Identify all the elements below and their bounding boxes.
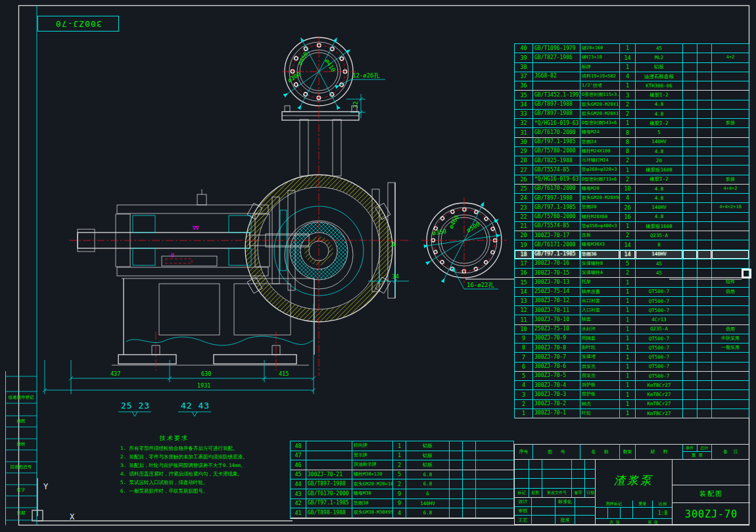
bom-cell: 300ZJ-70-5 xyxy=(533,372,580,380)
bom-row[interactable]: 29GB/T5780-2000螺栓M24X10084.8 xyxy=(515,147,749,156)
bom-cell xyxy=(683,315,697,324)
bom-row[interactable]: 9300ZJ-70-9间隔套1QT500-7串联泵用 xyxy=(515,334,749,344)
bom-row[interactable]: 12300ZJ-70-11入口衬套1QT500-7 xyxy=(515,306,749,315)
bom-cell xyxy=(683,72,697,81)
bom-cell xyxy=(683,63,697,72)
bom-row[interactable]: 4300ZJ-70-4后护板1KmTBCr27 xyxy=(515,381,749,390)
bom-cell: 转向牌 xyxy=(352,441,393,451)
bom-cell: KmTBCr27 xyxy=(636,390,683,399)
bom-cell xyxy=(683,381,697,389)
bom-row[interactable]: 31GB/T6170-2000螺母M2485 xyxy=(515,128,749,137)
bom-cell xyxy=(712,147,749,156)
bom-cell: 键28×160 xyxy=(580,44,620,53)
bom-cell: 压板 xyxy=(580,231,620,240)
bom-row[interactable]: 41GB/T898-1988双头GM30-M30X9546.8 xyxy=(291,508,514,518)
bom-cell: 铝板 xyxy=(406,451,450,460)
bom-cell: 9 xyxy=(393,499,406,508)
bom-row[interactable]: 43GB/T6170-2000螺母M3096 xyxy=(291,489,514,499)
bom-row[interactable]: 21GB/T5574-85垫φ350×φ400×31橡胶板1608 xyxy=(515,222,749,231)
bom-row[interactable]: 47警示牌1铝板 xyxy=(291,451,514,461)
bom-row[interactable]: 10250ZJ-75-10水封环1Q235-A借用 xyxy=(515,325,749,334)
bom-cell: 300ZJ-70-6 xyxy=(533,363,580,371)
bom-cell: 铝板 xyxy=(406,441,450,451)
bom-cell: 44 xyxy=(291,479,306,489)
bom-row[interactable]: 20300ZJ-70-17压板2Q235-A xyxy=(515,231,749,240)
dim-34: 34 xyxy=(392,273,399,280)
bom-row[interactable]: 30GB/T97.1-1985垫圈248140HV xyxy=(515,138,749,147)
bom-cell xyxy=(683,194,697,202)
bom-row[interactable]: 2300ZJ-70-2蜗壳1KmTBCr27 xyxy=(515,400,749,409)
bom-row[interactable]: 26*Q/HG16-019-63O型密封圈733×62橡胶I-2胶接 xyxy=(515,175,749,185)
bom-row[interactable]: 35GB/T3452.1-1992O形密封圈115×3.553橡胶I-2 xyxy=(515,91,749,100)
bom-row[interactable]: 48转向牌1铝板 xyxy=(291,441,514,451)
bom-cell: 24 xyxy=(515,194,533,202)
bom-cell xyxy=(712,400,749,409)
bom-cell: 4 xyxy=(515,381,533,389)
bom-cell xyxy=(697,138,712,146)
bom-row[interactable]: 28GB/T825-1988吊环螺钉M24220 xyxy=(515,156,749,166)
bom-row[interactable]: 15300ZJ-70-13托架1组件 xyxy=(515,278,749,287)
bom-cell xyxy=(683,344,697,352)
bom-row[interactable]: 25GB/T6170-2000螺母M20104.84+4+2 xyxy=(515,185,749,194)
bom-cell: 12 xyxy=(515,306,533,315)
bom-row[interactable]: 38标牌1铝板 xyxy=(515,63,749,72)
bom-row[interactable]: 34GB/T897-1988双头GM20-M20X12524.8 xyxy=(515,100,749,110)
bom-cell xyxy=(712,297,749,305)
bom-cell: 45 xyxy=(291,470,306,479)
bom-row[interactable]: 44GB/T897-1988双头GM20-M20×10526.8 xyxy=(291,479,514,489)
bom-row[interactable]: 14250ZJ-75-14轴承压盖1QT500-7借用 xyxy=(515,288,749,297)
bom-cell: 组件 xyxy=(712,278,749,286)
bom-cell: 4.8 xyxy=(636,100,683,109)
bom-row[interactable]: 16300ZJ-70-15泵体螺栓A245 xyxy=(515,269,749,278)
bom-row[interactable]: 361/2″丝堵1KTH300-06 xyxy=(515,81,749,91)
bom-cell xyxy=(712,81,749,90)
bom-cell: 29 xyxy=(515,147,533,156)
view-label-A: A xyxy=(391,240,396,249)
bom-row[interactable]: 33GB/T897-1988双头GM20-M20X17524.8 xyxy=(515,110,749,119)
bom-cell xyxy=(306,451,352,460)
bom-cell: 4.8 xyxy=(636,213,683,221)
bom-row[interactable]: 24GB/T897-1988双头GM20-M20X9044.8 xyxy=(515,194,749,203)
bom-row[interactable]: 1300ZJ-70-1叶轮1KmTBCr27 xyxy=(515,409,749,418)
bom-row[interactable]: 19GB/T6171-2000螺母M36X3148 xyxy=(515,240,749,250)
bom-cell: 35 xyxy=(515,91,533,99)
bom-row[interactable]: 45300ZJ-70-21螺栓M30×12056.8 xyxy=(291,470,514,480)
bom-cell xyxy=(712,409,749,418)
bom-row[interactable]: 17300ZJ-70-16泵体螺栓B545 xyxy=(515,259,749,269)
bom-cell xyxy=(533,63,580,72)
bom-header-material: 材 料 xyxy=(636,445,683,459)
bom-row[interactable]: 7300ZJ-70-7泵体堵1QT500-7 xyxy=(515,353,749,362)
bom-row[interactable]: 23GB/T97.1-1985垫圈2026140HV4+4+2+16 xyxy=(515,203,749,212)
bom-row[interactable]: 6300ZJ-70-6后泵壳1QT500-7 xyxy=(515,363,749,372)
bom-row[interactable]: 8300ZJ-70-8副叶轮1QT500-7一般泵用 xyxy=(515,344,749,353)
bom-row[interactable]: 13300ZJ-70-12出口衬套1QT500-7 xyxy=(515,297,749,306)
bom-row[interactable]: 22GB/T5780-2000螺栓M20X60164.8 xyxy=(515,213,749,222)
bom-cell: 16 xyxy=(620,213,636,221)
bom-cell xyxy=(636,278,683,286)
dim-holes-12: 12-ø26孔 xyxy=(352,72,380,79)
bom-row[interactable]: 46加油标示牌2铝板 xyxy=(291,460,514,470)
bom-row[interactable]: 3300ZJ-70-3前护板1KmTBCr27 xyxy=(515,390,749,399)
bom-row-selected[interactable]: 18GB/T97.1-1985垫圈3614140HV xyxy=(515,250,749,259)
bom-cell: 螺栓M24X100 xyxy=(580,147,620,156)
bom-cell xyxy=(450,441,463,451)
bom-row[interactable]: 32*Q/HG16-019-63O型密封圈543×61橡胶I-2胶接 xyxy=(515,119,749,128)
dim-d500: ø500 xyxy=(465,221,481,234)
bom-row[interactable]: 39GB/T827-1986铆钉3×1014ML24+2 xyxy=(515,53,749,62)
bom-cell xyxy=(683,53,697,62)
bom-cell xyxy=(450,470,463,479)
bom-row[interactable]: 37JG68-82填料19×19×5024油浸石棉盘根 xyxy=(515,72,749,81)
bom-row[interactable]: 11300ZJ-70-10轴套14Cr13 xyxy=(515,315,749,324)
bom-cell: 30 xyxy=(515,138,533,146)
bom-cell: ML2 xyxy=(636,53,683,62)
bom-cell xyxy=(683,325,697,334)
bom-row[interactable]: 42GB/T97.1-1985垫圈309140HV xyxy=(291,499,514,509)
bom-row[interactable]: 5300ZJ-70-5前泵壳1QT500-7 xyxy=(515,372,749,381)
bom-cell: 油浸石棉盘根 xyxy=(636,72,683,81)
selection-grip[interactable] xyxy=(742,269,751,278)
bom-row[interactable]: 40GB/T1096-1979键28×160145 xyxy=(515,44,749,53)
bom-cell: GB/T897-1988 xyxy=(533,110,580,118)
bom-row[interactable]: 27GB/T5574-85垫φ260×φ320×31橡胶板1608 xyxy=(515,166,749,175)
bom-cell: GB/T5780-2000 xyxy=(533,213,580,221)
bom-cell: GB/T898-1988 xyxy=(306,508,352,518)
